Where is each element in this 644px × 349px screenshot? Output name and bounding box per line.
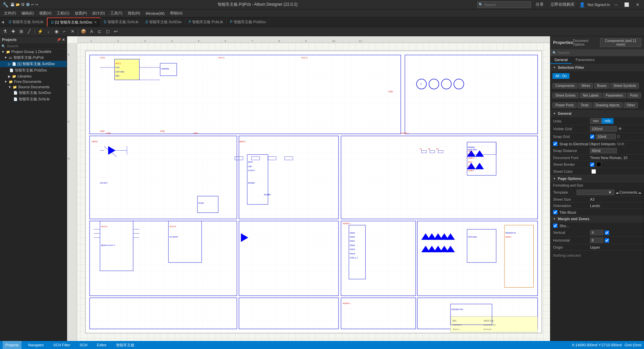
template-dropdown-btn[interactable]: ▼ xyxy=(606,190,614,195)
selection-filter-header[interactable]: Selection Filter xyxy=(550,64,644,71)
statusbar-tab-projects[interactable]: Projects xyxy=(3,341,21,349)
filter-ports[interactable]: Ports xyxy=(627,93,641,98)
doc-tab-schdoc2[interactable]: Ω 智能车主板.SchDoc xyxy=(142,17,185,27)
visible-grid-icon: 👁 xyxy=(618,127,622,131)
doc-tab-pcblib[interactable]: P 智能车主板.PcbLib xyxy=(185,17,227,27)
tree-item-schdoc[interactable]: ▷ 📄 [1] 智能车主板.SchDoc xyxy=(0,61,67,67)
panel-close-icon[interactable]: ✕ xyxy=(62,38,65,42)
tree-item-project-group[interactable]: ▼ 📁 Project Group 1.DsnWrk xyxy=(0,49,67,54)
statusbar-tab-sch-filter[interactable]: SCH Filter xyxy=(51,341,73,349)
vertical-check[interactable] xyxy=(605,231,609,235)
filter-texts[interactable]: Texts xyxy=(578,102,591,108)
sheet-border-row: Sheet Border xyxy=(550,161,644,168)
bus-btn[interactable]: ⊞ xyxy=(17,28,25,35)
snap-grid-input[interactable] xyxy=(596,134,616,139)
share-button[interactable]: 分享 xyxy=(534,1,546,8)
filter-all-on[interactable]: All - On xyxy=(552,73,570,79)
snap-grid-checkbox[interactable] xyxy=(590,135,594,139)
sheet-color-swatch[interactable] xyxy=(591,169,596,174)
statusbar-tab-editor[interactable]: Editor xyxy=(94,341,109,349)
sheet-border-checkbox[interactable] xyxy=(590,162,594,167)
sheet-symbol-btn[interactable]: ◻ xyxy=(104,28,111,35)
margin-zones-header[interactable]: Margin and Zones xyxy=(550,215,644,222)
text-btn[interactable]: A xyxy=(88,28,95,35)
svg-text:GND: GND xyxy=(100,130,105,132)
horizontal-check[interactable] xyxy=(605,238,609,243)
component-btn[interactable]: 📦 xyxy=(80,28,87,35)
show-zones-checkbox[interactable] xyxy=(553,223,557,228)
menu-help[interactable]: 帮助(H) xyxy=(167,10,185,16)
tree-item-prjpcb[interactable]: ▼ 🗂 智能车主板.PrjPcb xyxy=(0,54,67,61)
no-erc-btn[interactable]: ✕ xyxy=(69,28,76,35)
tree-item-schlib[interactable]: 📄 智能车主板.SchLib xyxy=(0,96,67,102)
filter-sheet-entries[interactable]: Sheet Entries xyxy=(552,93,579,98)
menu-file[interactable]: 文件(F) xyxy=(1,10,19,16)
projects-search-input[interactable] xyxy=(7,44,65,48)
gnd-btn[interactable]: ↓ xyxy=(45,28,52,35)
filter-sheet-symbols[interactable]: Sheet Symbols xyxy=(610,83,639,89)
filter-btn[interactable]: ⚗ xyxy=(1,28,9,35)
statusbar-tab-navigator[interactable]: Navigator xyxy=(25,341,47,349)
vertical-margin-input[interactable] xyxy=(590,230,603,235)
page-options-header[interactable]: Page Options xyxy=(550,175,644,182)
tree-item-source-docs[interactable]: ▼ 📁 Source Documents xyxy=(0,84,67,90)
line-btn[interactable]: ╱ xyxy=(25,28,33,35)
statusbar-tab-main[interactable]: 智能车主板 xyxy=(113,341,137,349)
canvas-area[interactable]: 1 2 3 4 5 6 7 8 9 10 11 A B C D xyxy=(67,36,550,341)
menu-view[interactable]: 视图(V) xyxy=(37,10,54,16)
properties-search-input[interactable] xyxy=(550,49,644,56)
bus-entry-btn[interactable]: ⌐ xyxy=(61,28,68,35)
online-buy-button[interactable]: 立即在线购买 xyxy=(548,1,577,8)
minimize-button[interactable]: ─ xyxy=(612,2,620,8)
sheet-border-color[interactable] xyxy=(596,162,601,167)
filter-power-ports[interactable]: Power Ports xyxy=(552,102,577,108)
filter-other[interactable]: Other xyxy=(624,102,638,108)
doc-tab-pcbdoc[interactable]: P 智能车主板.PcbDoc xyxy=(227,17,270,27)
template-input[interactable] xyxy=(577,190,605,195)
menu-place[interactable]: 放置(P) xyxy=(72,10,90,16)
junction-btn[interactable]: ◉ xyxy=(53,28,60,35)
tree-item-free-docs[interactable]: ▼ 📁 Free Documents xyxy=(0,79,67,84)
prop-tab-general[interactable]: General xyxy=(550,56,572,64)
power-btn[interactable]: ⚡ xyxy=(37,28,44,35)
prop-tab-parameters[interactable]: Parameters xyxy=(572,56,599,64)
svg-text:○: ○ xyxy=(420,82,422,86)
app-icon: 🔧 xyxy=(3,2,8,7)
restore-button[interactable]: ⬜ xyxy=(622,2,631,8)
add-wire-btn[interactable]: ✚ xyxy=(9,28,17,35)
tree-item-schdoc2[interactable]: 📄 智能车主板.SchDoc xyxy=(0,90,67,96)
menu-design[interactable]: 设计(D) xyxy=(90,10,107,16)
title-block-checkbox[interactable] xyxy=(553,210,557,214)
filter-wires[interactable]: Wires xyxy=(579,83,593,89)
unit-mm[interactable]: mm xyxy=(590,118,602,124)
tree-item-pcbdoc[interactable]: 📄 智能车主板.PcbDoc xyxy=(0,67,67,73)
menu-window[interactable]: Window(W) xyxy=(143,11,167,16)
snap-electrical-checkbox[interactable] xyxy=(553,142,557,146)
net-label-btn[interactable]: ⊏ xyxy=(96,28,103,35)
statusbar-tab-sch[interactable]: SCH xyxy=(77,341,90,349)
doc-tab-schlib2[interactable]: Ω 智能车主板.SchLib xyxy=(101,17,142,27)
filter-drawing-objects[interactable]: Drawing objects xyxy=(593,102,623,108)
undo-btn[interactable]: ↩ xyxy=(112,28,119,35)
menu-edit[interactable]: 编辑(E) xyxy=(19,10,37,16)
panel-pin-icon[interactable]: 📌 xyxy=(57,38,61,42)
snap-distance-input[interactable] xyxy=(590,148,617,153)
unit-mils[interactable]: mils xyxy=(602,118,614,124)
origin-label: Origin xyxy=(553,245,590,249)
close-button[interactable]: ✕ xyxy=(634,2,641,8)
filter-components[interactable]: Components xyxy=(552,83,578,89)
visible-grid-input[interactable] xyxy=(590,126,617,132)
filter-dropdown-btn[interactable]: Components (and 11 more) xyxy=(600,38,641,47)
tree-item-libraries[interactable]: ▶ 📁 Libraries xyxy=(0,73,67,79)
filter-buses[interactable]: Buses xyxy=(594,83,609,89)
menu-reports[interactable]: 报告(R) xyxy=(125,10,143,16)
general-section-header[interactable]: General xyxy=(550,110,644,117)
filter-net-labels[interactable]: Net Labels xyxy=(580,93,602,98)
menu-project[interactable]: 工程(C) xyxy=(54,10,72,16)
doc-tab-schdoc-active[interactable]: Ω [1] 智能车主板.SchDoc ✕ xyxy=(47,17,100,27)
menu-tools[interactable]: 工具(T) xyxy=(108,10,125,16)
horizontal-margin-input[interactable] xyxy=(590,238,603,243)
doc-tab-schlib1[interactable]: Ω 智能车主板.SchLib xyxy=(5,17,47,27)
filter-parameters[interactable]: Parameters xyxy=(603,93,626,98)
titlebar-search-input[interactable] xyxy=(477,1,531,8)
